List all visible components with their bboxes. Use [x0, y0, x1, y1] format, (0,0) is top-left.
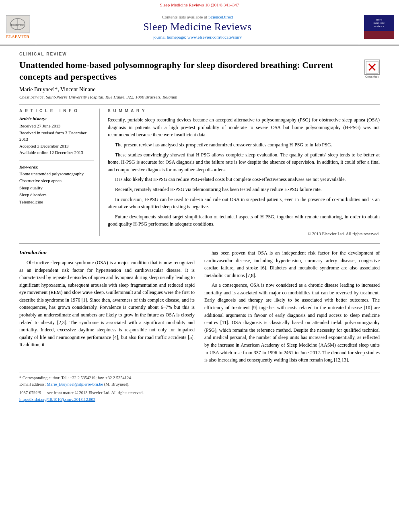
- elsevier-name-text: ELSEVIER: [6, 35, 30, 39]
- history-dates: Received 27 June 2013 Received in revise…: [19, 123, 94, 156]
- summary-heading: S U M M A R Y: [108, 109, 380, 113]
- crossmark-label: CrossMark: [364, 75, 380, 78]
- journal-logo-area: sleepmedicinereviews: [359, 9, 399, 45]
- doi-link[interactable]: http://dx.doi.org/10.1016/j.smrv.2013.12…: [19, 397, 95, 402]
- corresponding-author-text: * Corresponding author. Tel.: +32 2 5354…: [19, 376, 132, 380]
- sciencedirect-anchor[interactable]: ScienceDirect: [208, 14, 233, 19]
- summary-para-6: In conclusion, H-PSG can be used to rule…: [108, 196, 380, 211]
- email-link[interactable]: Marie_Bruyneel@stpierre-bru.be: [47, 382, 103, 386]
- summary-para-5: Recently, remotely attended H-PSG via te…: [108, 186, 380, 193]
- summary-para-3: These studies convincingly showed that H…: [108, 151, 380, 174]
- publisher-logo-area: ELSEVIER ELSEVIER: [0, 9, 36, 45]
- elsevier-image: ELSEVIER: [6, 15, 30, 33]
- intro-para-right-2: As a consequence, OSA is now considered …: [204, 281, 380, 364]
- journal-header: ELSEVIER ELSEVIER Contents lists availab…: [0, 9, 399, 45]
- journal-logo-box: sleepmedicinereviews: [364, 15, 394, 39]
- body-col-right: has been proven that OSA is an independe…: [204, 249, 380, 366]
- history-label: Article history:: [19, 116, 94, 121]
- elsevier-logo: ELSEVIER ELSEVIER: [6, 15, 30, 39]
- email-label: E-mail address:: [19, 382, 46, 386]
- body-section: Introduction Obstructive sleep apnea syn…: [19, 243, 380, 366]
- summary-para-4: It is also likely that H-PSG can reduce …: [108, 176, 380, 183]
- article-info-summary: A R T I C L E I N F O Article history: R…: [19, 109, 380, 236]
- divider-info: [19, 160, 94, 160]
- article-title: Unattended home-based polysomnography fo…: [19, 60, 349, 82]
- section-label: CLINICAL REVIEW: [19, 52, 380, 56]
- article-info-panel: A R T I C L E I N F O Article history: R…: [19, 109, 100, 236]
- issn-text: 1087-0792/$ — see front matter © 2013 El…: [19, 390, 380, 396]
- summary-para-1: Recently, portable sleep recording devic…: [108, 116, 380, 139]
- keyword-5: Telemedicine: [19, 199, 94, 206]
- affiliation: Chest Service, Saint-Pierre University H…: [19, 94, 380, 99]
- summary-text: Recently, portable sleep recording devic…: [108, 116, 380, 228]
- keyword-4: Sleep disorders: [19, 191, 94, 199]
- body-two-col: Introduction Obstructive sleep apnea syn…: [19, 249, 380, 366]
- authors: Marie Bruyneel*, Vincent Ninane: [19, 86, 380, 93]
- logo-color-bar: [364, 31, 394, 39]
- copyright-text: © 2013 Elsevier Ltd. All rights reserved…: [108, 231, 380, 236]
- intro-para-left: Obstructive sleep apnea syndrome (OSA) i…: [19, 259, 195, 349]
- available-date: Available online 12 December 2013: [19, 150, 83, 155]
- journal-title-area: Contents lists available at ScienceDirec…: [36, 9, 359, 45]
- intro-para-right-1: has been proven that OSA is an independe…: [204, 249, 380, 279]
- accepted-date: Accepted 3 December 2013: [19, 144, 68, 148]
- keywords-list: Home unattended polysomnography Obstruct…: [19, 170, 94, 206]
- summary-para-2: The present review has analysed six pros…: [108, 141, 380, 149]
- keyword-3: Sleep quality: [19, 185, 94, 192]
- corresponding-author: * Corresponding author. Tel.: +32 2 5354…: [19, 375, 380, 381]
- intro-heading: Introduction: [19, 249, 195, 256]
- footnote-section: * Corresponding author. Tel.: +32 2 5354…: [19, 372, 380, 403]
- received-revised-date: Received in revised form 3 December 2013: [19, 130, 86, 142]
- article-content: CLINICAL REVIEW Unattended home-based po…: [0, 45, 399, 409]
- citation-text: Sleep Medicine Reviews 18 (2014) 341–347: [160, 2, 239, 7]
- journal-homepage: journal homepage: www.elsevier.com/locat…: [153, 35, 242, 39]
- body-col-left: Introduction Obstructive sleep apnea syn…: [19, 249, 195, 366]
- divider-1: [19, 104, 380, 105]
- email-recipient: (M. Bruyneel).: [104, 382, 130, 386]
- summary-panel: S U M M A R Y Recently, portable sleep r…: [108, 109, 380, 236]
- summary-para-7: Future developments should target simpli…: [108, 213, 380, 228]
- sciencedirect-link: Contents lists available at ScienceDirec…: [162, 14, 233, 19]
- journal-citation: Sleep Medicine Reviews 18 (2014) 341–347: [0, 0, 399, 9]
- svg-text:ELSEVIER: ELSEVIER: [11, 23, 24, 27]
- article-info-heading: A R T I C L E I N F O: [19, 109, 94, 113]
- received-date: Received 27 June 2013: [19, 123, 60, 128]
- logo-text: sleepmedicinereviews: [364, 15, 394, 31]
- email-line: E-mail address: Marie_Bruyneel@stpierre-…: [19, 381, 380, 388]
- crossmark-icon: [364, 60, 380, 75]
- keyword-2: Obstructive sleep apnea: [19, 177, 94, 185]
- keywords-label: Keywords:: [19, 164, 94, 169]
- journal-title: Sleep Medicine Reviews: [143, 21, 252, 33]
- keyword-1: Home unattended polysomnography: [19, 170, 94, 178]
